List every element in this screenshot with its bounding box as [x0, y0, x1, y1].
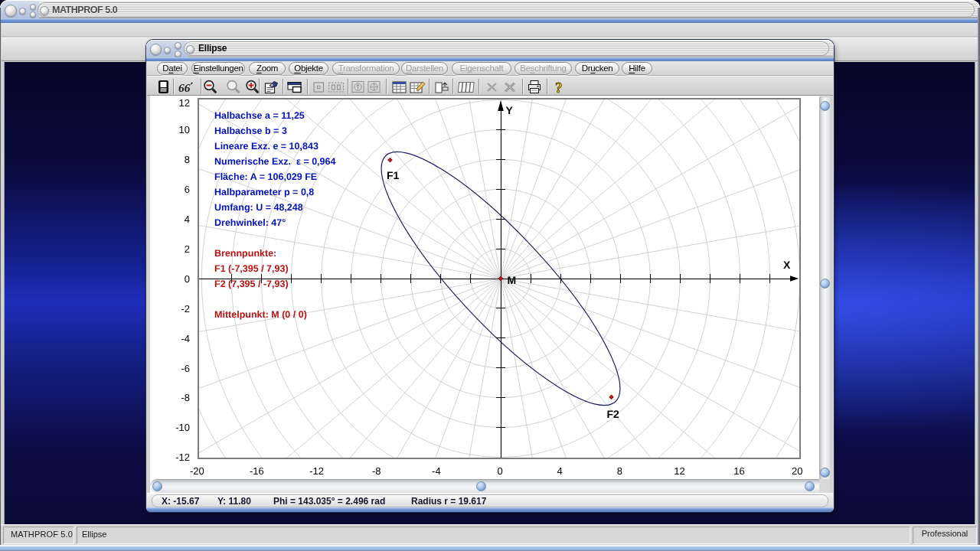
- svg-text:-10: -10: [175, 422, 190, 433]
- svg-text:F2: F2: [607, 408, 620, 420]
- svg-text:Mittelpunkt: M (0 / 0): Mittelpunkt: M (0 / 0): [214, 309, 307, 320]
- svg-text:-16: -16: [250, 465, 264, 477]
- svg-text:-4: -4: [432, 465, 441, 477]
- svg-text:?: ?: [555, 80, 563, 95]
- svg-text:-12: -12: [309, 465, 324, 477]
- svg-text:16: 16: [733, 465, 744, 477]
- svg-text:-8: -8: [181, 392, 190, 403]
- svg-text:Umfang: U = 48,248: Umfang: U = 48,248: [214, 202, 303, 213]
- svg-text:Numerische Exz. ε = 0,964: Numerische Exz. ε = 0,964: [214, 156, 335, 167]
- svg-text:Halbparameter p = 0,8: Halbparameter p = 0,8: [214, 187, 314, 197]
- svg-text:-12: -12: [175, 452, 190, 463]
- svg-text:F2 (7,395 / -7,93): F2 (7,395 / -7,93): [214, 279, 289, 289]
- svg-text:8: 8: [185, 154, 190, 165]
- svg-text:10: 10: [179, 124, 190, 135]
- svg-text:Y: Y: [506, 104, 514, 116]
- svg-text:-4: -4: [181, 333, 190, 344]
- svg-text:X: X: [783, 259, 791, 271]
- svg-text:-6: -6: [181, 363, 190, 374]
- svg-text:Halbachse a = 11,25: Halbachse a = 11,25: [214, 110, 305, 121]
- svg-text:-8: -8: [372, 465, 381, 477]
- svg-text:F1 (-7,395 / 7,93): F1 (-7,395 / 7,93): [214, 263, 289, 274]
- svg-text:12: 12: [179, 97, 190, 109]
- svg-text:-20: -20: [190, 465, 204, 477]
- svg-text:6: 6: [185, 184, 190, 195]
- svg-text:-2: -2: [181, 303, 190, 315]
- svg-text:4: 4: [185, 214, 190, 225]
- svg-text:F1: F1: [387, 169, 400, 181]
- svg-text:Lineare Exz. e = 10,843: Lineare Exz. e = 10,843: [214, 141, 318, 152]
- svg-text:2: 2: [185, 243, 190, 255]
- svg-text:Halbachse b = 3: Halbachse b = 3: [214, 126, 287, 136]
- svg-text:0: 0: [185, 273, 190, 285]
- svg-text:0: 0: [497, 465, 502, 477]
- svg-text:20: 20: [792, 465, 802, 477]
- svg-text:8: 8: [617, 465, 622, 477]
- svg-text:12: 12: [674, 465, 684, 477]
- svg-text:Fläche: A = 106,029 FE: Fläche: A = 106,029 FE: [214, 171, 317, 182]
- svg-text:M: M: [508, 274, 517, 286]
- svg-text:Drehwinkel: 47°: Drehwinkel: 47°: [214, 217, 286, 228]
- svg-text:66: 66: [178, 81, 191, 94]
- svg-text:4: 4: [557, 465, 562, 477]
- svg-text:Brennpunkte:: Brennpunkte:: [214, 248, 276, 259]
